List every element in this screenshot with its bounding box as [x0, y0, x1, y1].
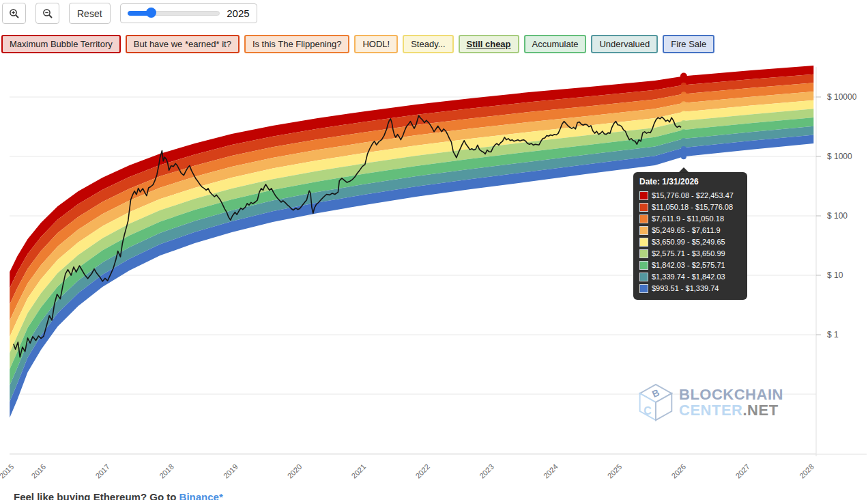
x-axis-label: 2017: [93, 462, 111, 480]
band-price-range: $1,339.74 - $1,842.03: [652, 271, 725, 283]
legend-button-maximum-bubble-territory[interactable]: Maximum Bubble Territory: [1, 35, 121, 53]
x-axis-label: 2027: [734, 462, 751, 480]
x-axis-label: 2021: [350, 462, 368, 480]
band-color-swatch: [639, 273, 648, 281]
band-color-swatch: [639, 214, 648, 223]
zoom-in-button[interactable]: [2, 3, 26, 24]
marker-dot: [681, 138, 686, 143]
svg-text:C: C: [643, 405, 652, 417]
tooltip-date: Date: 1/31/2026: [639, 177, 740, 186]
watermark: B C BLOCKCHAIN CENTER.NET: [637, 383, 783, 422]
footer-text: Feel like buying Ethereum? Go to: [14, 491, 179, 500]
year-slider[interactable]: [128, 11, 220, 16]
marker-dot: [681, 111, 686, 116]
band-price-range: $5,249.65 - $7,611.9: [652, 225, 721, 236]
x-axis-label: 2020: [286, 462, 304, 480]
y-axis-label: $ 10: [827, 270, 843, 280]
tooltip-row: $2,575.71 - $3,650.99: [639, 248, 740, 260]
watermark-line2: CENTER: [679, 402, 742, 419]
y-axis-label: $ 10000: [827, 92, 857, 102]
chart-tooltip: Date: 1/31/2026 $15,776.08 - $22,453.47$…: [633, 172, 747, 300]
x-axis-label: 2015: [0, 462, 15, 480]
band-color-swatch: [639, 191, 648, 200]
marker-dot: [681, 92, 686, 97]
y-axis-label: $ 100: [827, 211, 848, 221]
zoom-in-icon: [9, 8, 20, 19]
band-legend: Maximum Bubble TerritoryBut have we *ear…: [1, 35, 714, 53]
year-slider-thumb[interactable]: [146, 8, 156, 18]
ethereum-rainbow-chart-page: Reset 2025 Maximum Bubble TerritoryBut h…: [0, 0, 868, 500]
watermark-line1: BLOCKCHAIN: [679, 387, 783, 402]
tooltip-row: $1,842.03 - $2,575.71: [639, 260, 740, 271]
tooltip-row: $11,050.18 - $15,776.08: [639, 202, 740, 213]
band-price-range: $7,611.9 - $11,050.18: [652, 213, 724, 225]
legend-button-accumulate[interactable]: Accumulate: [524, 35, 587, 53]
band-color-swatch: [639, 261, 648, 270]
marker-dot: [681, 101, 686, 107]
legend-button-fire-sale[interactable]: Fire Sale: [663, 35, 714, 53]
reset-button[interactable]: Reset: [69, 3, 111, 24]
binance-link[interactable]: Binance*: [179, 491, 223, 500]
x-axis-label: 2025: [606, 462, 624, 480]
x-axis-label: 2026: [670, 462, 688, 480]
x-axis-label: 2024: [542, 462, 560, 480]
legend-button-still-cheap[interactable]: Still cheap: [459, 35, 519, 53]
legend-button-but-have-we-earned-it[interactable]: But have we *earned* it?: [126, 35, 240, 53]
band-color-swatch: [639, 203, 648, 212]
marker-dot: [681, 146, 686, 152]
marker-dot: [681, 129, 686, 135]
y-axis-label: $ 1: [827, 330, 839, 339]
band-price-range: $3,650.99 - $5,249.65: [652, 236, 725, 248]
tooltip-row: $1,339.74 - $1,842.03: [639, 271, 740, 283]
x-axis-label: 2022: [414, 462, 431, 480]
toolbar: Reset 2025: [2, 3, 257, 24]
tooltip-row: $3,650.99 - $5,249.65: [639, 236, 740, 248]
band-color-swatch: [639, 226, 648, 235]
tooltip-row: $15,776.08 - $22,453.47: [639, 190, 740, 202]
blockchaincenter-logo-icon: B C: [637, 383, 675, 422]
marker-dot: [681, 83, 686, 88]
band-price-range: $2,575.71 - $3,650.99: [652, 248, 725, 260]
band-color-swatch: [639, 284, 648, 293]
year-slider-value: 2025: [227, 8, 249, 19]
band-price-range: $993.51 - $1,339.74: [652, 283, 719, 294]
tooltip-row: $993.51 - $1,339.74: [639, 283, 740, 294]
band-price-range: $15,776.08 - $22,453.47: [652, 190, 734, 202]
tooltip-row: $7,611.9 - $11,050.18: [639, 213, 740, 225]
x-axis-label: 2028: [798, 462, 815, 480]
tooltip-rows: $15,776.08 - $22,453.47$11,050.18 - $15,…: [639, 190, 740, 294]
marker-dot: [680, 72, 687, 79]
x-axis-label: 2018: [158, 462, 175, 480]
legend-button-steady[interactable]: Steady...: [403, 35, 453, 53]
band-price-range: $1,842.03 - $2,575.71: [652, 260, 725, 271]
legend-button-undervalued[interactable]: Undervalued: [591, 35, 658, 53]
zoom-out-icon: [42, 8, 53, 19]
band-color-swatch: [639, 249, 648, 258]
legend-button-hodl[interactable]: HODL!: [354, 35, 398, 53]
year-slider-box: 2025: [120, 3, 257, 23]
marker-dot: [681, 154, 686, 159]
y-axis-label: $ 1000: [827, 152, 852, 161]
band-price-range: $11,050.18 - $15,776.08: [652, 202, 733, 213]
tooltip-row: $5,249.65 - $7,611.9: [639, 225, 740, 236]
marker-dot: [681, 120, 686, 126]
x-axis-label: 2016: [30, 462, 48, 480]
watermark-suffix: .NET: [742, 402, 778, 419]
legend-button-is-this-the-flippening[interactable]: Is this The Flippening?: [244, 35, 350, 53]
x-axis-label: 2019: [222, 462, 240, 480]
x-axis-label: 2023: [478, 462, 495, 480]
band-color-swatch: [639, 238, 648, 247]
footer-cta: Feel like buying Ethereum? Go to Binance…: [14, 491, 223, 500]
zoom-out-button[interactable]: [35, 3, 59, 24]
